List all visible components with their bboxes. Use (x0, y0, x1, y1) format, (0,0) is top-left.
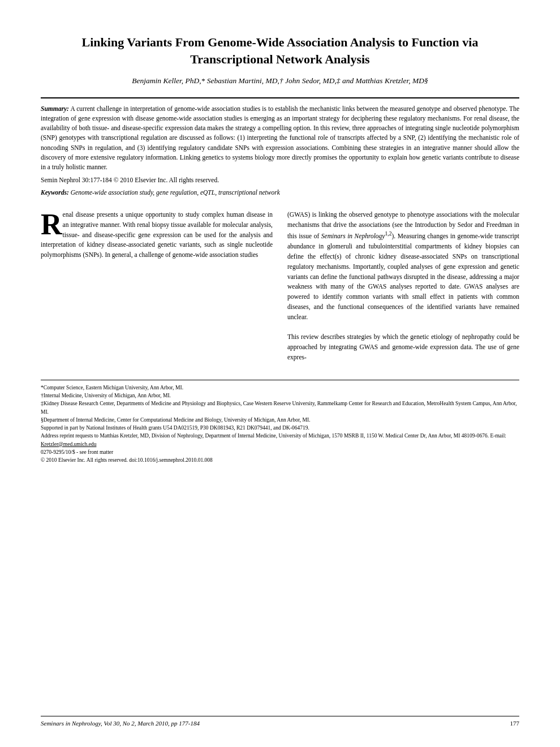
footnote-5: Supported in part by National Institutes… (41, 424, 519, 432)
footer-bar: Seminars in Nephrology, Vol 30, No 2, Ma… (41, 716, 519, 727)
drop-cap-container: Renal disease presents a unique opportun… (41, 210, 273, 260)
summary-text: Summary: A current challenge in interpre… (41, 104, 519, 173)
title-section: Linking Variants From Genome-Wide Associ… (41, 34, 519, 87)
main-title: Linking Variants From Genome-Wide Associ… (41, 34, 519, 67)
footnote-4: §Department of Internal Medicine, Center… (41, 416, 519, 424)
footnote-7: 0270-9295/10/$ - see front matter (41, 448, 519, 456)
footnote-3: ‡Kidney Disease Research Center, Departm… (41, 400, 519, 416)
col-right-text: (GWAS) is linking the observed genotype … (287, 211, 519, 320)
authors: Benjamin Keller, PhD,* Sebastian Martini… (41, 75, 519, 87)
footnotes-section: *Computer Science, Eastern Michigan Univ… (41, 380, 519, 465)
body-col-left: Renal disease presents a unique opportun… (41, 210, 273, 363)
footnote-6: Address reprint requests to Matthias Kre… (41, 432, 519, 448)
top-divider (41, 97, 519, 98)
body-columns: Renal disease presents a unique opportun… (41, 210, 519, 363)
footnote-8: © 2010 Elsevier Inc. All rights reserved… (41, 456, 519, 464)
drop-cap: R (41, 213, 62, 235)
footer-right: 177 (510, 720, 520, 727)
keywords-line: Keywords: Genome-wide association study,… (41, 188, 519, 198)
summary-label: Summary: (41, 105, 69, 112)
footnote-2: †Internal Medicine, University of Michig… (41, 392, 519, 400)
summary-box: Summary: A current challenge in interpre… (41, 104, 519, 198)
email-link[interactable]: Kretzler@med.umich.edu (41, 441, 96, 447)
footer-left: Seminars in Nephrology, Vol 30, No 2, Ma… (41, 720, 200, 727)
body-col-right: (GWAS) is linking the observed genotype … (287, 210, 519, 363)
page: Linking Variants From Genome-Wide Associ… (0, 0, 560, 747)
footnote-1: *Computer Science, Eastern Michigan Univ… (41, 384, 519, 392)
col-right-text-2: This review describes strategies by whic… (287, 333, 519, 360)
semin-line: Semin Nephrol 30:177-184 © 2010 Elsevier… (41, 175, 519, 185)
keywords-label: Keywords: (41, 189, 69, 196)
